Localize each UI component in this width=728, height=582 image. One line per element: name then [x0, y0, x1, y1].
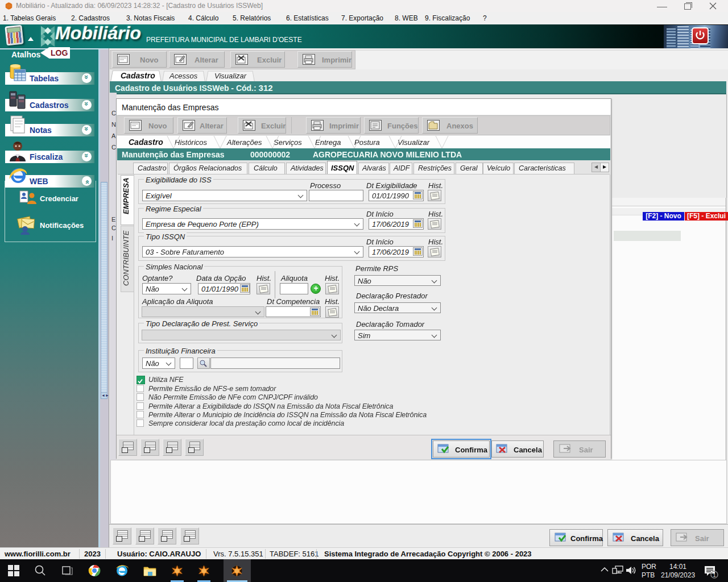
svg-text:1: 1	[713, 572, 716, 578]
